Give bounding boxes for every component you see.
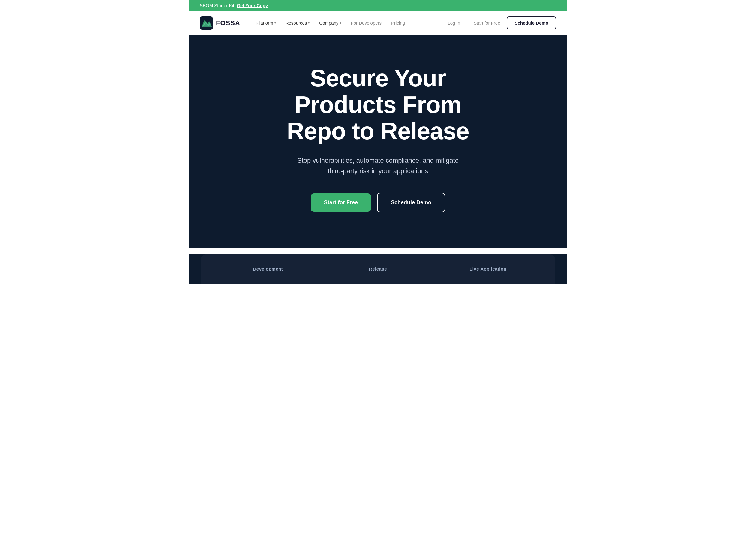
hero-title: Secure Your Products From Repo to Releas… (273, 65, 483, 144)
card-release: Release (323, 266, 433, 284)
nav-item-platform[interactable]: Platform ▾ (252, 18, 280, 28)
hero-section: Secure Your Products From Repo to Releas… (189, 35, 567, 248)
chevron-down-icon: ▾ (308, 21, 310, 25)
chevron-down-icon: ▾ (340, 21, 341, 25)
bottom-cards-section: Development Release Live Application (189, 254, 567, 284)
nav-login-link[interactable]: Log In (443, 18, 464, 28)
fossa-logo-icon (200, 17, 213, 30)
nav-item-pricing[interactable]: Pricing (387, 18, 409, 28)
nav-start-free-link[interactable]: Start for Free (469, 18, 504, 28)
card-live-application: Live Application (433, 266, 543, 284)
nav-schedule-demo-button[interactable]: Schedule Demo (507, 17, 556, 30)
nav-links: Platform ▾ Resources ▾ Company ▾ For Dev… (252, 18, 444, 28)
hero-schedule-demo-button[interactable]: Schedule Demo (377, 193, 445, 212)
chevron-down-icon: ▾ (275, 21, 276, 25)
hero-start-free-button[interactable]: Start for Free (311, 194, 371, 212)
banner-text: SBOM Starter Kit: (200, 3, 237, 8)
card-development-label: Development (253, 266, 283, 272)
card-live-application-label: Live Application (469, 266, 506, 272)
logo-link[interactable]: FOSSA (200, 17, 240, 30)
nav-item-for-developers[interactable]: For Developers (347, 18, 386, 28)
card-release-label: Release (369, 266, 387, 272)
nav-divider (467, 20, 467, 27)
hero-subtitle: Stop vulnerabilities, automate complianc… (297, 155, 459, 176)
hero-buttons: Start for Free Schedule Demo (311, 193, 445, 212)
announcement-banner: SBOM Starter Kit: Get Your Copy (189, 0, 567, 11)
cards-container: Development Release Live Application (201, 254, 555, 284)
nav-item-company[interactable]: Company ▾ (315, 18, 345, 28)
navigation: FOSSA Platform ▾ Resources ▾ Company ▾ F… (189, 11, 567, 35)
nav-right: Log In Start for Free Schedule Demo (443, 17, 556, 30)
card-development: Development (213, 266, 323, 284)
logo-text: FOSSA (216, 19, 240, 27)
banner-link[interactable]: Get Your Copy (237, 3, 268, 8)
nav-item-resources[interactable]: Resources ▾ (281, 18, 314, 28)
